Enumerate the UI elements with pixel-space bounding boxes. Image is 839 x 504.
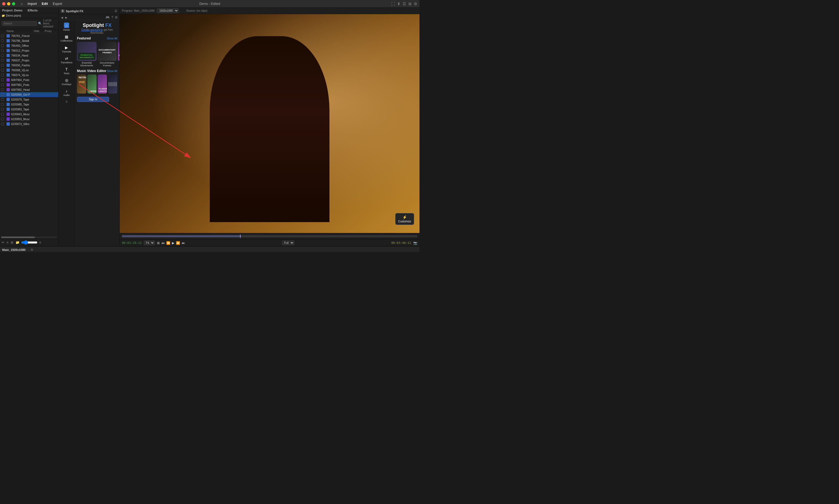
media-item[interactable]: 756786_Skiddi (0, 38, 58, 43)
sign-in-button[interactable]: Sign In (77, 97, 109, 102)
media-checkbox[interactable] (1, 118, 4, 121)
music-video-show-all[interactable]: Show All (107, 70, 117, 73)
media-checkbox[interactable] (1, 49, 4, 52)
grid-icon[interactable]: ⊞ (10, 240, 14, 245)
fit-select[interactable]: Fit (144, 240, 155, 245)
step-back-icon[interactable]: ⏪ (166, 241, 170, 245)
music-card-1[interactable]: RETRO VHS (77, 74, 86, 93)
customize-button[interactable]: ⚡ Customize (395, 213, 414, 225)
folder-icon[interactable]: 📁 (15, 240, 20, 245)
featured-card-1[interactable]: ESSENTIAL MOVEMENTS Essential Movements (77, 42, 97, 67)
edit-icon[interactable]: ✏ (1, 240, 5, 245)
media-item[interactable]: 6087964_Podc (0, 77, 58, 83)
program-resolution-select[interactable]: 1920x1080 (157, 8, 179, 13)
items-count-label: 1 of 24 items selected (43, 19, 57, 28)
sidebar-item-home[interactable]: ⌂ Home (59, 21, 74, 32)
sidebar-item-audio[interactable]: ♪ Audio (59, 88, 74, 97)
featured-card-3[interactable]: FLASHINGLIGHTS Flashing Lights (118, 42, 119, 67)
more-icon[interactable]: ≡ (39, 240, 41, 245)
media-item[interactable]: 6235843_Musc (0, 112, 58, 116)
media-item[interactable]: 766556_Fashio (0, 63, 58, 68)
next-icon[interactable]: ▶ (65, 16, 68, 19)
maximize-button[interactable] (12, 2, 15, 5)
fullscreen-icon[interactable]: ⛶ (391, 2, 395, 6)
media-item[interactable]: 766512_Projec (0, 48, 58, 53)
search-input[interactable] (2, 21, 37, 26)
go-end-icon[interactable]: ⏭ (182, 241, 185, 245)
media-item[interactable]: 6205979_Tape (0, 97, 58, 102)
media-item[interactable]: 6205980_Tape (0, 102, 58, 107)
media-checkbox[interactable] (1, 59, 4, 62)
media-checkbox[interactable] (1, 103, 4, 106)
media-item[interactable]: 766568_VjLoo (0, 68, 58, 73)
sidebar-item-collections[interactable]: ▦ Collections (59, 33, 74, 43)
import-menu-item[interactable]: Import (25, 1, 39, 6)
project-label[interactable]: Project: Demo (2, 9, 22, 12)
game-icon[interactable]: 🎮 (106, 16, 110, 19)
media-checkbox[interactable] (1, 108, 4, 111)
media-item[interactable]: 6087982_Head (0, 87, 58, 92)
sidebar-item-texts[interactable]: T Texts (59, 66, 74, 76)
panel-icon[interactable]: ⊞ (408, 2, 412, 6)
media-checkbox[interactable] (1, 93, 4, 96)
play-icon[interactable]: ▶ (172, 241, 174, 245)
step-forward-icon[interactable]: ⏩ (176, 241, 180, 245)
sidebar-item-tutorials[interactable]: ▶ Tutorials (59, 44, 74, 54)
create-account-link[interactable]: Create account to (81, 28, 103, 31)
media-item[interactable]: 6235873_Silho (0, 122, 58, 126)
list-icon[interactable]: ≡ (6, 240, 9, 245)
media-checkbox[interactable] (1, 84, 4, 86)
effects-label[interactable]: Effects (28, 9, 38, 12)
media-item[interactable]: 6205983_Tape (0, 107, 58, 112)
prev-icon[interactable]: ◀ (60, 16, 64, 19)
sidebar-item-overlays[interactable]: ◎ Overlays (59, 77, 74, 87)
full-select[interactable]: Full (282, 240, 294, 245)
music-card-4[interactable]: |||||||| (108, 74, 117, 93)
timeline-expand-icon[interactable]: ⊟ (31, 248, 33, 251)
close-button[interactable] (2, 2, 5, 5)
media-item[interactable]: 766537_Projec (0, 58, 58, 63)
media-checkbox[interactable] (1, 74, 4, 76)
settings-icon[interactable]: ⚙ (115, 16, 118, 19)
export-menu-item[interactable]: Export (51, 1, 65, 6)
layout-icon[interactable]: ☰ (403, 2, 406, 6)
edit-menu-item[interactable]: Edit (39, 1, 50, 6)
export-frame-icon[interactable]: 📷 (413, 241, 417, 245)
music-card-2[interactable]: THERMAL (87, 74, 97, 93)
media-checkbox[interactable] (1, 78, 4, 81)
media-checkbox[interactable] (1, 123, 4, 125)
media-item[interactable]: 766574_VjLoo (0, 73, 58, 77)
media-item[interactable]: 766450_Office (0, 43, 58, 48)
zoom-slider[interactable] (21, 240, 37, 245)
go-start-icon[interactable]: ⏮ (161, 241, 164, 245)
home-menu-icon[interactable]: ⌂ (18, 1, 25, 6)
media-checkbox[interactable] (1, 54, 4, 57)
media-checkbox[interactable] (1, 69, 4, 72)
horizontal-scrollbar[interactable] (1, 236, 57, 238)
media-checkbox[interactable] (1, 88, 4, 91)
search-icon[interactable]: 🔍 (38, 22, 42, 25)
media-item[interactable]: 6205950_Girl P Attached (0, 92, 58, 97)
media-checkbox[interactable] (1, 44, 4, 47)
featured-card-2[interactable]: DOCUMENTARYFRAMES Documentary Frames (98, 42, 117, 67)
preview-scrubber[interactable] (122, 235, 417, 237)
media-item[interactable]: 6087981_Podc (0, 83, 58, 87)
add-marker-icon[interactable]: ⊞ (157, 241, 160, 245)
spotlight-menu-icon[interactable]: ☰ (115, 9, 117, 13)
minimize-button[interactable] (7, 2, 10, 5)
media-checkbox[interactable] (1, 64, 4, 67)
media-item[interactable]: 6235853_Musc (0, 116, 58, 122)
list-view-icon[interactable]: ≡ (66, 100, 68, 104)
settings-icon[interactable]: ⚙ (414, 2, 417, 6)
sidebar-item-transitions[interactable]: ⇄ Transitions (59, 55, 74, 65)
media-item[interactable]: 756761_Friend (0, 33, 58, 38)
media-checkbox[interactable] (1, 39, 4, 42)
share-icon[interactable]: ⬆ (397, 2, 400, 6)
media-checkbox[interactable] (1, 35, 4, 37)
featured-show-all[interactable]: Show All (107, 37, 117, 40)
media-checkbox[interactable] (1, 113, 4, 115)
help-icon[interactable]: ? (111, 16, 113, 19)
media-item[interactable]: 766534_Hand (0, 53, 58, 58)
music-card-3[interactable]: FLASHING LIGHTS (98, 74, 107, 93)
media-checkbox[interactable] (1, 98, 4, 101)
